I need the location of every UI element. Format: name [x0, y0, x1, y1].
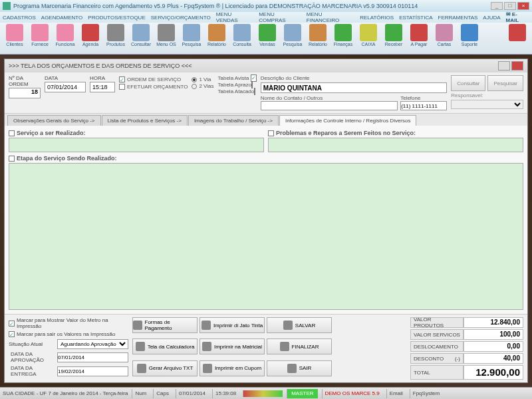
status-demo: DEMO OS MARCE 5.9: [322, 389, 382, 398]
contato-input[interactable]: [261, 101, 398, 110]
efetuar-checkbox[interactable]: [119, 84, 125, 90]
action-6[interactable]: Gerar Arquivo TXT: [132, 360, 198, 376]
ordem-label: Nº DA ORDEM: [9, 75, 41, 87]
toolbar-consultar[interactable]: Consultar: [129, 24, 153, 53]
menu-ajuda[interactable]: AJUDA: [483, 15, 500, 21]
toolbar-a pagar[interactable]: A Pagar: [407, 24, 431, 53]
action-1[interactable]: Imprimir di Jato Tinta: [200, 317, 265, 333]
pesquisar-button[interactable]: Pesquisar: [487, 75, 523, 91]
responsavel-select[interactable]: [451, 100, 523, 109]
aprov-input[interactable]: [57, 352, 128, 362]
action-buttons: Formas de PagamentoImprimir di Jato Tint…: [132, 317, 332, 380]
problemas-textarea[interactable]: [268, 138, 523, 152]
toolbar-relatório[interactable]: Relatório: [205, 24, 229, 53]
status-time: 15:39:08: [212, 389, 239, 398]
toolbar-agenda[interactable]: Agenda: [78, 24, 102, 53]
via2-radio[interactable]: [192, 84, 197, 89]
ordem-servico-checkbox[interactable]: [119, 76, 125, 82]
data-label: DATA: [45, 75, 86, 81]
menu-ferramentas[interactable]: FERRAMENTAS: [438, 15, 478, 21]
minimize-button[interactable]: _: [491, 2, 503, 10]
toolbar-relatório[interactable]: Relatório: [306, 24, 330, 53]
aprazo-checkbox[interactable]: [251, 81, 253, 88]
toolbar-consulta[interactable]: Consulta: [230, 24, 254, 53]
servico-textarea[interactable]: [9, 138, 264, 152]
action-8[interactable]: SAIR: [267, 360, 332, 376]
toolbar-pesquisa[interactable]: Pesquisa: [180, 24, 203, 53]
action-4[interactable]: Imprimir na Matricial: [200, 338, 265, 354]
entrega-input[interactable]: [57, 366, 128, 376]
produtos-value: 12.840,00: [464, 317, 523, 328]
menu-servico[interactable]: SERVIÇO/ORÇAMENTO: [151, 15, 211, 21]
menu-agendamento[interactable]: AGENDAMENTO: [41, 15, 83, 21]
toolbar-caixa[interactable]: CAIXA: [356, 24, 380, 53]
toolbar-pesquisa[interactable]: Pesquisa: [281, 24, 305, 53]
close-button[interactable]: ×: [517, 2, 529, 10]
totals: VALOR PRODUTOS12.840,00 VALOR SERVICOS10…: [410, 317, 523, 380]
problemas-label: Problemas e Reparos a Serem Feitos no Se…: [276, 130, 416, 136]
data-input[interactable]: [45, 82, 86, 92]
action-7[interactable]: Imprimir em Cupom: [200, 360, 265, 376]
consultar-button[interactable]: Consultar: [451, 75, 485, 91]
toolbar-funciona[interactable]: Funciona: [53, 24, 77, 53]
situacao-select[interactable]: Aguardando Aprovação: [57, 339, 128, 349]
via1-radio[interactable]: [192, 77, 197, 82]
menu-relatorios[interactable]: RELATÓRIOS: [360, 15, 394, 21]
tab-observacoes[interactable]: Observações Gerais do Serviço ->: [7, 115, 101, 126]
etapa-textarea[interactable]: [9, 163, 523, 310]
chk-sair-valores[interactable]: [9, 331, 15, 337]
toolbar-finanças[interactable]: Finanças: [331, 24, 355, 53]
workspace: >>> TELA DOS ORÇAMENTOS E DAS ORDENS DE …: [0, 55, 532, 387]
os-window: >>> TELA DOS ORÇAMENTOS E DAS ORDENS DE …: [4, 59, 528, 383]
hora-input[interactable]: [90, 82, 115, 92]
window-help-button[interactable]: [498, 61, 510, 70]
toolbar-cartas[interactable]: Cartas: [432, 24, 456, 53]
toolbar-suporte[interactable]: Suporte: [458, 24, 481, 53]
status-master: MASTER: [287, 389, 317, 398]
atacado-checkbox[interactable]: [254, 88, 255, 95]
servico-checkbox[interactable]: [9, 130, 15, 136]
chk-mostrar-metro[interactable]: [9, 321, 15, 327]
menu-vendas[interactable]: MENU VENDAS: [216, 11, 253, 23]
app-title: Programa Marcenaria Financeiro com Agend…: [13, 3, 418, 9]
action-3[interactable]: Tela da Calculadora: [132, 338, 198, 354]
cliente-input[interactable]: [261, 82, 447, 93]
menu-cadastros[interactable]: CADASTROS: [3, 15, 36, 21]
toolbar-produtos[interactable]: Produtos: [104, 24, 128, 53]
email-link[interactable]: ✉ E-MAIL: [506, 11, 529, 23]
tabs: Observações Gerais do Serviço -> Lista d…: [5, 114, 527, 126]
tab-controle[interactable]: Informações de Controle Interno / Regist…: [279, 115, 417, 126]
desloc-label: DESLOCAMENTO: [410, 341, 464, 352]
etapa-checkbox[interactable]: [9, 156, 15, 162]
action-0[interactable]: Formas de Pagamento: [132, 317, 198, 333]
action-5[interactable]: FINALIZAR: [267, 338, 332, 354]
toolbar-fornece[interactable]: Fornece: [28, 24, 52, 53]
header-fields: Nº DA ORDEM 18 DATA HORA ORDEM DE SERVIÇ…: [5, 72, 527, 114]
problemas-checkbox[interactable]: [268, 130, 274, 136]
window-close-button[interactable]: [511, 61, 523, 70]
hora-label: HORA: [90, 75, 115, 81]
status-email[interactable]: Email: [386, 389, 406, 398]
menu-compras[interactable]: MENU COMPRAS: [259, 11, 301, 23]
total-label: TOTAL: [410, 365, 464, 380]
maximize-button[interactable]: □: [504, 2, 516, 10]
action-2[interactable]: SALVAR: [267, 317, 332, 333]
menu-financeiro[interactable]: MENU FINANCEIRO: [307, 11, 354, 23]
status-sys[interactable]: FpqSystem: [410, 389, 442, 398]
toolbar-exit[interactable]: [505, 24, 529, 53]
servicos-label: VALOR SERVICOS: [410, 329, 464, 340]
tab-produtos[interactable]: Lista de Produtos e Serviços ->: [102, 115, 188, 126]
contato-label: Nome do Contato / Outros: [261, 95, 323, 101]
servicos-value: 100,00: [464, 329, 523, 340]
telefone-input[interactable]: [400, 101, 447, 110]
responsavel-label: Responsavel:: [451, 92, 523, 98]
toolbar-receber[interactable]: Receber: [382, 24, 406, 53]
toolbar-menu os[interactable]: Menu OS: [154, 24, 178, 53]
toolbar-clientes[interactable]: Clientes: [3, 24, 27, 53]
tab-imagens[interactable]: Imagens do Trabalho / Serviço ->: [188, 115, 279, 126]
menu-estatistica[interactable]: ESTATÍSTICA: [399, 15, 432, 21]
app-titlebar: Programa Marcenaria Financeiro com Agend…: [0, 0, 532, 12]
toolbar-vendas[interactable]: Vendas: [255, 24, 279, 53]
menu-produtos[interactable]: PRODUTOS/ESTOQUE: [88, 15, 145, 21]
produtos-label: VALOR PRODUTOS: [410, 317, 464, 328]
